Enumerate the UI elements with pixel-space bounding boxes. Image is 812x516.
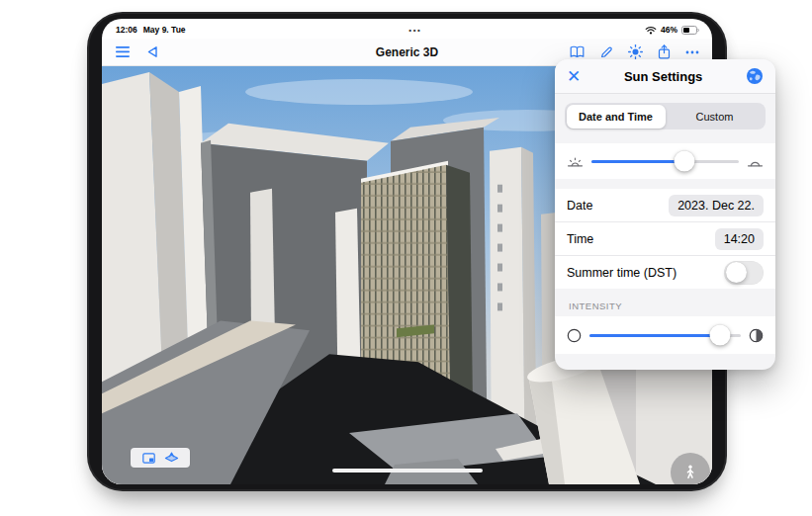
more-icon[interactable] [685,50,699,54]
home-indicator[interactable] [332,469,483,473]
time-of-day-slider-thumb[interactable] [674,151,694,172]
sunrise-icon [567,155,584,168]
wifi-icon [645,26,657,35]
dst-label: Summer time (DST) [567,266,677,280]
mode-segmented-control: Date and Time Custom [555,94,775,136]
sun-settings-panel: ✕ Sun Settings Date and Time Custom [555,59,775,370]
date-label: Date [567,199,592,213]
date-row: Date 2023. Dec 22. [555,189,775,221]
dst-toggle[interactable] [724,261,764,285]
tab-custom[interactable]: Custom [666,105,765,129]
intensity-section-label: INTENSITY [555,289,775,316]
intensity-min-icon [567,328,582,343]
time-value-button[interactable]: 14:20 [715,228,764,250]
bookmarks-icon[interactable] [570,45,585,58]
intensity-slider-row [555,316,775,354]
sun-settings-icon[interactable] [628,44,643,59]
menu-button[interactable] [116,46,130,57]
close-icon[interactable]: ✕ [567,68,581,85]
time-of-day-slider-row [555,143,775,179]
navigation-mode-icon[interactable] [164,452,179,464]
status-time: 12:06 [116,25,137,35]
status-date: May 9. Tue [143,25,186,35]
battery-percent: 46% [661,25,677,35]
page-title: Generic 3D [102,45,712,59]
back-button[interactable] [146,45,158,58]
tab-date-and-time[interactable]: Date and Time [567,105,666,129]
dst-row: Summer time (DST) [555,255,775,289]
status-bar: 12:06 May 9. Tue ••• 46% [102,19,712,39]
markup-pencil-icon[interactable] [599,45,613,59]
intensity-slider[interactable] [589,324,741,346]
walk-mode-badge[interactable] [671,453,710,484]
multitask-dots-icon: ••• [408,26,421,35]
sunset-icon [747,155,764,168]
intensity-slider-thumb[interactable] [709,325,730,346]
intensity-max-icon [749,328,764,343]
date-time-group: Date 2023. Dec 22. Time 14:20 Summer tim… [555,189,775,289]
sun-settings-title: Sun Settings [624,69,702,84]
sun-settings-header: ✕ Sun Settings [555,59,775,94]
walking-person-icon [683,465,697,480]
time-of-day-slider[interactable] [591,150,739,172]
page: 12:06 May 9. Tue ••• 46% [0,0,812,516]
globe-icon[interactable] [746,67,764,85]
date-value-button[interactable]: 2023. Dec 22. [669,195,764,216]
share-icon[interactable] [658,44,671,59]
minimap-icon[interactable] [142,453,155,464]
battery-icon [681,26,700,35]
time-row: Time 14:20 [555,221,775,255]
time-label: Time [567,232,593,246]
view-controls-pill [131,448,190,468]
